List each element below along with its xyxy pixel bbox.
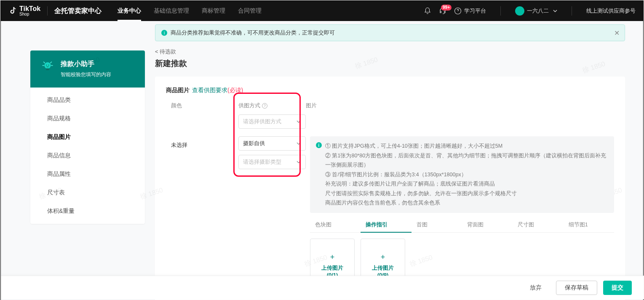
info-icon: i (316, 142, 322, 148)
submit-button[interactable]: 提交 (603, 281, 632, 295)
nav-business-center[interactable]: 业务中心 (118, 1, 141, 21)
photo-supply-value: 摄影自供 (243, 140, 265, 147)
grid-header: 颜色 供图方式 ? 图片 (166, 102, 614, 114)
image-requirements-link[interactable]: 查看供图要求(必读) (192, 87, 243, 93)
sidebar-hero: 推款小助手 智能校验您填写的内容 (30, 50, 145, 88)
col-color: 颜色 (171, 102, 238, 109)
notifications-button[interactable] (424, 7, 431, 15)
lightbulb-icon (40, 60, 55, 74)
main-content: i 商品分类推荐如果觉得不准确，可不用更改商品分类，正常提交即可 ✕ < 待选款… (155, 21, 635, 300)
spacer (171, 114, 238, 129)
chevron-down-icon (296, 119, 301, 124)
plus-icon: + (330, 253, 335, 262)
tab-back[interactable]: 背面图 (462, 218, 513, 233)
tip-box: i ① 图片支持JPG格式，可上传4-10张图；图片越清晰越好，大小不超过5M … (310, 136, 614, 213)
user-avatar (515, 6, 524, 16)
photo-type-select[interactable]: 请选择摄影类型 (238, 155, 306, 169)
user-name: 一六八二 (527, 7, 549, 15)
top-bar: TikTok Shop 全托管卖家中心 业务中心 基础信息管理 商标管理 合同管… (1, 1, 643, 21)
svg-point-1 (44, 62, 51, 69)
abandon-button[interactable]: 放弃 (521, 281, 550, 295)
row-color-value: 未选择 (171, 136, 238, 292)
sidebar-item-images[interactable]: 商品图片 (30, 128, 145, 146)
sidebar-item-size[interactable]: 尺寸表 (30, 183, 145, 202)
sidebar-item-category[interactable]: 商品品类 (30, 91, 145, 109)
upload-label: 上传图片 (372, 264, 394, 272)
sidebar-item-info[interactable]: 商品信息 (30, 146, 145, 165)
sidebar: 推款小助手 智能校验您填写的内容 商品品类 商品规格 商品图片 商品信息 商品属… (30, 50, 145, 224)
col-supply-mode: 供图方式 ? (238, 102, 306, 109)
spacer (306, 114, 614, 129)
tiktok-icon (8, 6, 18, 16)
footer-actions: 放弃 保存草稿 提交 (1, 276, 644, 299)
chevron-down-icon (296, 141, 301, 146)
nav-trademark[interactable]: 商标管理 (202, 1, 225, 21)
image-tabs: 色块图 操作指引 首图 背面图 尺寸图 细节图1 (310, 218, 614, 233)
sidebar-item-attrs[interactable]: 商品属性 (30, 165, 145, 183)
nav-contract[interactable]: 合同管理 (238, 1, 262, 21)
tab-front[interactable]: 首图 (412, 218, 462, 233)
supply-mode-placeholder: 请选择供图方式 (243, 118, 281, 125)
chevron-down-icon (553, 9, 557, 13)
tip-text: ① 图片支持JPG格式，可上传4-10张图；图片越清晰越好，大小不超过5M ② … (325, 141, 608, 208)
sidebar-menu: 商品品类 商品规格 商品图片 商品信息 商品属性 尺寸表 体积&重量 (30, 88, 145, 224)
divider (47, 6, 48, 16)
portal-name: 全托管卖家中心 (54, 7, 102, 16)
help-icon[interactable]: ? (262, 103, 267, 109)
nav-basic-info[interactable]: 基础信息管理 (154, 1, 189, 21)
tab-swatch[interactable]: 色块图 (310, 218, 361, 233)
tab-guide[interactable]: 操作指引 (361, 218, 411, 233)
svg-rect-2 (46, 68, 49, 70)
brand-name: TikTok (19, 5, 40, 12)
topbar-right: 99+ 学习平台 一六八二 线上测试供应商参号 (424, 6, 636, 16)
logo[interactable]: TikTok Shop (8, 6, 40, 16)
close-icon[interactable]: ✕ (614, 29, 620, 37)
sidebar-item-spec[interactable]: 商品规格 (30, 109, 145, 128)
chevron-down-icon (296, 159, 301, 165)
svg-point-3 (46, 65, 47, 66)
top-nav: 业务中心 基础信息管理 商标管理 合同管理 (118, 1, 262, 21)
user-role: 线上测试供应商参号 (586, 7, 636, 15)
svg-point-4 (48, 65, 49, 66)
image-panel: i ① 图片支持JPG格式，可上传4-10张图；图片越清晰越好，大小不超过5M … (310, 136, 614, 292)
learning-link[interactable]: 学习平台 (454, 7, 486, 15)
badge-count: 99+ (441, 5, 452, 11)
divider (500, 6, 501, 16)
messages-button[interactable]: 99+ (439, 7, 446, 15)
upload-label: 上传图片 (321, 264, 343, 272)
bell-icon (424, 7, 431, 15)
user-menu[interactable]: 一六八二 (515, 6, 557, 16)
save-draft-button[interactable]: 保存草稿 (556, 281, 597, 295)
brand-sub: Shop (19, 12, 40, 16)
alert-text: 商品分类推荐如果觉得不准确，可不用更改商品分类，正常提交即可 (171, 29, 335, 37)
divider (572, 6, 572, 16)
assistant-subtitle: 智能校验您填写的内容 (61, 71, 111, 78)
image-section-card: 商品图片 查看供图要求(必读) 颜色 供图方式 ? 图片 请选择供图方式 (155, 77, 625, 300)
section-label: 商品图片 (166, 87, 190, 93)
assistant-title: 推款小助手 (61, 60, 111, 69)
learning-label: 学习平台 (464, 7, 486, 15)
tab-detail1[interactable]: 细节图1 (564, 218, 614, 233)
section-head: 商品图片 查看供图要求(必读) (166, 87, 614, 94)
sidebar-item-volume[interactable]: 体积&重量 (30, 202, 145, 220)
plus-icon: + (381, 253, 385, 262)
supply-mode-select[interactable]: 请选择供图方式 (238, 114, 306, 129)
breadcrumb[interactable]: < 待选款 (155, 48, 625, 56)
tab-size[interactable]: 尺寸图 (513, 218, 563, 233)
photo-self-supply-select[interactable]: 摄影自供 (238, 136, 306, 151)
col-images: 图片 (306, 102, 614, 109)
photo-type-placeholder: 请选择摄影类型 (243, 158, 281, 166)
page-title: 新建推款 (155, 58, 625, 69)
info-icon: i (161, 30, 167, 36)
info-alert: i 商品分类推荐如果觉得不准确，可不用更改商品分类，正常提交即可 ✕ (155, 24, 625, 41)
help-icon (454, 7, 462, 15)
